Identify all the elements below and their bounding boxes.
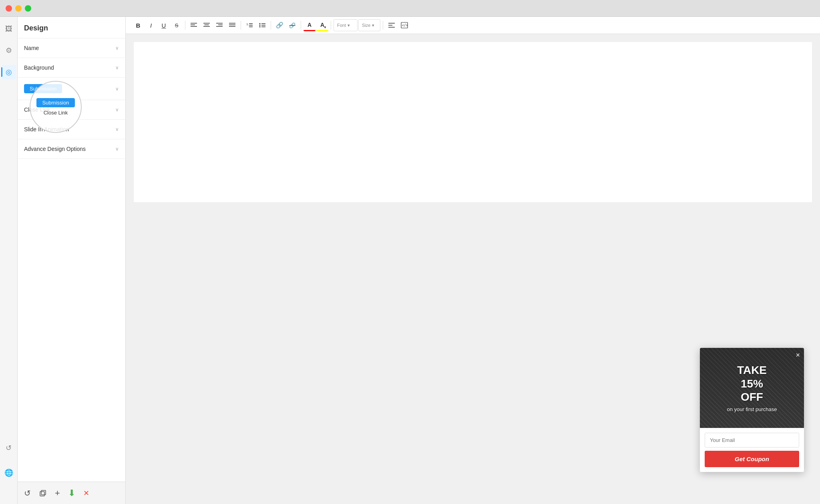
section-advance-design[interactable]: Advance Design Options ∨ bbox=[18, 139, 125, 159]
chevron-down-icon: ∨ bbox=[115, 65, 119, 70]
format-list-button[interactable] bbox=[386, 19, 398, 31]
size-dropdown-label: Size bbox=[362, 23, 370, 28]
chevron-down-icon: ▾ bbox=[372, 23, 374, 28]
align-left-button[interactable] bbox=[188, 19, 200, 31]
size-dropdown[interactable]: Size ▾ bbox=[358, 19, 380, 31]
chevron-down-icon: ∨ bbox=[115, 146, 119, 152]
ordered-list-button[interactable]: 1. bbox=[243, 19, 255, 31]
separator bbox=[331, 21, 331, 30]
font-dropdown[interactable]: Font ▾ bbox=[334, 19, 358, 31]
toolbar: B I U S 1. bbox=[126, 17, 820, 34]
align-right-button[interactable] bbox=[213, 19, 225, 31]
section-background-label: Background bbox=[24, 64, 54, 71]
source-button[interactable]: </> bbox=[398, 19, 410, 31]
chevron-down-icon: ∨ bbox=[115, 45, 119, 51]
canvas-area: × TAKE 15% OFF on your first purchase bbox=[126, 34, 820, 504]
section-slide-in[interactable]: Slide In Animation ∨ bbox=[18, 120, 125, 139]
download-button[interactable]: ⬇ bbox=[68, 488, 75, 498]
panel-title: Design bbox=[18, 17, 125, 38]
popup-background: TAKE 15% OFF on your first purchase bbox=[700, 348, 804, 428]
design-panel: Design Name ∨ Background ∨ Submission Cl… bbox=[18, 17, 126, 504]
section-close-link[interactable]: Close Link ∨ bbox=[18, 100, 125, 120]
section-submission[interactable]: Submission ∨ bbox=[18, 78, 125, 100]
section-name[interactable]: Name ∨ bbox=[18, 38, 125, 58]
separator bbox=[271, 21, 271, 30]
svg-rect-0 bbox=[40, 492, 44, 496]
sidebar-item-target[interactable]: ◎ bbox=[2, 65, 16, 79]
section-slide-in-label: Slide In Animation bbox=[24, 126, 69, 133]
popup-subtext: on your first purchase bbox=[727, 406, 777, 412]
svg-point-19 bbox=[259, 25, 261, 26]
popup-headline: TAKE 15% OFF bbox=[737, 363, 767, 404]
align-center-button[interactable] bbox=[201, 19, 213, 31]
sidebar-item-image[interactable]: 🖼 bbox=[2, 22, 16, 36]
minimize-button[interactable] bbox=[15, 5, 22, 12]
popup-form: Get Coupon bbox=[700, 428, 804, 472]
popup-widget: × TAKE 15% OFF on your first purchase bbox=[700, 348, 804, 472]
font-color-button[interactable]: A bbox=[303, 19, 316, 31]
chevron-down-icon: ∨ bbox=[115, 86, 119, 92]
svg-point-18 bbox=[259, 23, 261, 24]
align-justify-button[interactable] bbox=[226, 19, 238, 31]
chevron-down-icon: ∨ bbox=[115, 107, 119, 112]
icon-bar: 🖼 ⚙ ◎ ↺ 🌐 bbox=[0, 17, 18, 504]
section-background[interactable]: Background ∨ bbox=[18, 58, 125, 78]
svg-rect-1 bbox=[41, 490, 46, 495]
unlink-button[interactable]: 🔗 bbox=[286, 19, 298, 31]
separator bbox=[241, 21, 241, 30]
popup-cta-button[interactable]: Get Coupon bbox=[705, 451, 799, 467]
sidebar-item-settings[interactable]: ⚙ bbox=[2, 43, 16, 58]
bold-button[interactable]: B bbox=[132, 19, 144, 31]
section-close-link-label: Close Link bbox=[24, 106, 50, 113]
separator bbox=[301, 21, 301, 30]
font-dropdown-label: Font bbox=[337, 23, 346, 28]
close-button[interactable] bbox=[6, 5, 12, 12]
separator bbox=[185, 21, 185, 30]
undo-button[interactable]: ↺ bbox=[24, 488, 31, 498]
svg-text:</>: </> bbox=[402, 24, 408, 27]
popup-close-button[interactable]: × bbox=[796, 351, 800, 359]
popup-email-input[interactable] bbox=[705, 433, 799, 448]
bottom-bar: ↺ + ⬇ ✕ bbox=[18, 482, 125, 504]
svg-point-20 bbox=[259, 26, 261, 28]
close-panel-button[interactable]: ✕ bbox=[83, 489, 89, 498]
main-layout: 🖼 ⚙ ◎ ↺ 🌐 Design Name ∨ Background ∨ Sub… bbox=[0, 17, 820, 504]
titlebar bbox=[0, 0, 820, 17]
duplicate-button[interactable] bbox=[39, 489, 47, 497]
content-area: B I U S 1. bbox=[126, 17, 820, 504]
section-name-label: Name bbox=[24, 45, 39, 51]
add-button[interactable]: + bbox=[55, 488, 60, 498]
svg-text:1.: 1. bbox=[246, 22, 249, 26]
underline-button[interactable]: U bbox=[158, 19, 170, 31]
highlight-color-button[interactable]: A▼ bbox=[316, 19, 328, 31]
editor-canvas[interactable] bbox=[134, 42, 812, 202]
popup-image-section: × TAKE 15% OFF on your first purchase bbox=[700, 348, 804, 428]
strikethrough-button[interactable]: S bbox=[171, 19, 183, 31]
maximize-button[interactable] bbox=[25, 5, 31, 12]
sidebar-item-undo[interactable]: ↺ bbox=[2, 441, 16, 455]
chevron-down-icon: ∨ bbox=[115, 127, 119, 132]
italic-button[interactable]: I bbox=[145, 19, 157, 31]
chevron-down-icon: ▾ bbox=[348, 23, 350, 28]
link-button[interactable]: 🔗 bbox=[273, 19, 285, 31]
sidebar-item-globe[interactable]: 🌐 bbox=[2, 466, 16, 480]
unordered-list-button[interactable] bbox=[256, 19, 268, 31]
section-advance-design-label: Advance Design Options bbox=[24, 146, 86, 152]
submission-label[interactable]: Submission bbox=[24, 84, 62, 93]
separator bbox=[383, 21, 383, 30]
